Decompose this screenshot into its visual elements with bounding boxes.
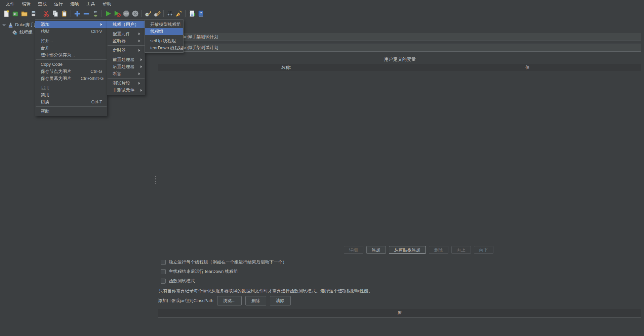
toolbar: STOP ? — [0, 8, 644, 19]
copy-icon[interactable] — [51, 9, 60, 18]
menu-item-open[interactable]: 打开... — [35, 37, 107, 44]
stop-icon[interactable]: STOP — [122, 9, 131, 18]
menu-item-test-fragment[interactable]: 测试片段 — [107, 80, 145, 87]
menu-item-copy-code[interactable]: Copy Code — [35, 61, 107, 68]
menu-item-toggle[interactable]: 切换Ctrl-T — [35, 98, 107, 105]
add-from-clipboard-button[interactable]: 从剪贴板添加 — [389, 246, 426, 254]
help-icon[interactable]: ? — [196, 9, 205, 18]
menu-separator — [108, 45, 145, 46]
menu-run[interactable]: 运行 — [50, 0, 67, 8]
menu-item-enable[interactable]: 启用 — [35, 84, 107, 91]
menu-item-save-screen-as-image[interactable]: 保存屏幕为图片Ctrl+Shift-G — [35, 75, 107, 82]
menu-help[interactable]: 帮助 — [99, 0, 115, 8]
checkbox-icon[interactable] — [161, 269, 166, 274]
checkbox-icon[interactable] — [161, 279, 166, 284]
cut-icon[interactable] — [42, 9, 51, 18]
menu-item-save-selection-as[interactable]: 选中部分保存为... — [35, 51, 107, 58]
browse-button[interactable]: 浏览... — [217, 296, 242, 305]
start-icon[interactable] — [104, 9, 113, 18]
menu-separator — [108, 29, 145, 29]
function-helper-icon[interactable] — [187, 9, 196, 18]
chevron-down-icon[interactable] — [2, 23, 6, 27]
functional-mode-note: 只有当你需要记录每个请求从服务器取得的数据到文件时才需要选择函数测试模式。选择这… — [159, 288, 373, 294]
up-button[interactable]: 向上 — [451, 246, 471, 254]
menu-separator — [36, 59, 107, 60]
menu-tools[interactable]: 工具 — [83, 0, 99, 8]
menu-separator — [108, 55, 145, 55]
menu-item-setup-thread-group[interactable]: setUp 线程组 — [145, 37, 183, 44]
menu-separator — [36, 36, 107, 36]
user-defined-variables-title: 用户定义的变量 — [156, 56, 644, 62]
toolbar-separator — [71, 10, 71, 17]
shutdown-icon[interactable] — [131, 9, 140, 18]
menu-item-config-element[interactable]: 配置元件 — [107, 30, 145, 37]
menu-file[interactable]: 文件 — [2, 0, 18, 8]
variables-table-header: 名称: 值 — [158, 64, 641, 71]
context-menu: 添加 粘贴Ctrl-V 打开... 合并 选中部分保存为... Copy Cod… — [35, 19, 107, 116]
menu-item-timer[interactable]: 定时器 — [107, 47, 145, 54]
checkbox-label: 主线程结束后运行 tearDown 线程组 — [169, 269, 238, 275]
name-field[interactable] — [175, 33, 641, 41]
menu-options[interactable]: 选项 — [67, 0, 83, 8]
checkbox-icon[interactable] — [161, 260, 166, 265]
menu-search[interactable]: 查找 — [34, 0, 50, 8]
submenu-arrow-icon — [140, 89, 142, 92]
functional-test-mode-option: 函数测试模式 — [161, 278, 195, 284]
menu-item-merge[interactable]: 合并 — [35, 44, 107, 51]
start-no-pauses-icon[interactable] — [113, 9, 122, 18]
new-file-icon[interactable] — [2, 9, 11, 18]
open-file-icon[interactable] — [20, 9, 29, 18]
add-button[interactable]: 添加 — [366, 246, 386, 254]
menu-item-post-processor[interactable]: 后置处理器 — [107, 63, 145, 70]
menu-item-assertion[interactable]: 断言 — [107, 70, 145, 77]
paste-icon[interactable] — [60, 9, 69, 18]
toolbar-separator — [142, 10, 142, 17]
menu-item-threads-users[interactable]: 线程（用户） — [107, 21, 145, 28]
menu-separator — [36, 106, 107, 107]
toolbar-separator — [185, 10, 186, 17]
menu-separator — [108, 78, 145, 79]
menu-item-save-node-as-image[interactable]: 保存节点为图片Ctrl-G — [35, 68, 107, 75]
submenu-arrow-icon — [140, 65, 142, 68]
menu-item-help[interactable]: 帮助 — [35, 108, 107, 115]
menu-item-thread-group[interactable]: 线程组 — [145, 28, 183, 35]
menu-item-pre-processor[interactable]: 前置处理器 — [107, 56, 145, 63]
clear-all-icon[interactable] — [153, 9, 162, 18]
tree-node-label: 线程组 — [19, 29, 33, 35]
svg-text:STOP: STOP — [124, 13, 129, 15]
menu-item-non-test-element[interactable]: 非测试元件 — [107, 87, 145, 94]
save-icon[interactable] — [29, 9, 38, 18]
toggle-icon[interactable] — [91, 9, 100, 18]
jmeter-window: 文件 编辑 查找 运行 选项 工具 帮助 STOP ? — [0, 0, 644, 336]
menu-item-open-model-thread-group[interactable]: 开放模型线程组 — [145, 21, 183, 28]
toolbar-separator — [163, 10, 164, 17]
templates-icon[interactable] — [11, 9, 20, 18]
collapse-all-icon[interactable] — [82, 9, 91, 18]
detail-button[interactable]: 详细 — [344, 246, 363, 254]
test-plan-flask-icon — [8, 22, 13, 28]
submenu-arrow-icon — [138, 82, 140, 85]
menu-separator — [145, 36, 183, 36]
variables-table-buttons: 详细 添加 从剪贴板添加 删除 向上 向下 — [174, 246, 644, 254]
menu-item-listener[interactable]: 监听器 — [107, 37, 145, 44]
toolbar-separator — [40, 10, 40, 17]
menu-item-add[interactable]: 添加 — [35, 21, 107, 28]
submenu-arrow-icon — [138, 49, 140, 52]
expand-all-icon[interactable] — [73, 9, 82, 18]
menu-item-teardown-thread-group[interactable]: tearDown 线程组 — [145, 44, 183, 51]
classpath-delete-button[interactable]: 删除 — [245, 296, 266, 305]
delete-button[interactable]: 删除 — [429, 246, 448, 254]
checkbox-label: 函数测试模式 — [169, 278, 195, 284]
comment-field[interactable] — [175, 44, 641, 52]
down-button[interactable]: 向下 — [474, 246, 493, 254]
menu-edit[interactable]: 编辑 — [18, 0, 34, 8]
menu-item-disable[interactable]: 禁用 — [35, 91, 107, 98]
menu-separator — [36, 83, 107, 83]
search-reset-icon[interactable] — [174, 9, 184, 18]
menu-item-paste[interactable]: 粘贴Ctrl-V — [35, 28, 107, 35]
search-icon[interactable] — [165, 9, 174, 18]
classpath-clear-button[interactable]: 清除 — [270, 296, 291, 305]
clear-icon[interactable] — [144, 9, 153, 18]
tree-node-thread-group[interactable]: 线程组 — [12, 29, 33, 36]
classpath-label: 添加目录或jar包到ClassPath — [158, 298, 213, 304]
